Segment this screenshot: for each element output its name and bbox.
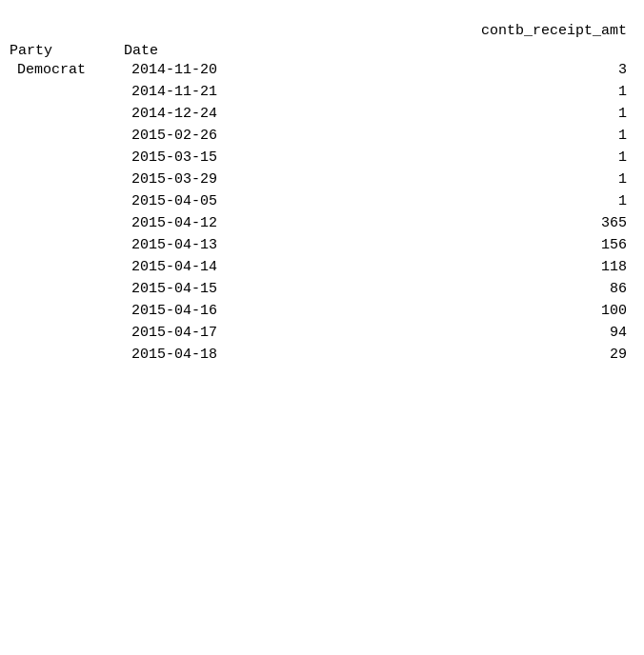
- cell-amount: 100: [267, 300, 634, 322]
- cell-date: 2015-04-17: [124, 322, 267, 344]
- cell-date: 2015-04-14: [124, 256, 267, 278]
- cell-date: 2015-02-26: [124, 125, 267, 147]
- cell-date: 2015-04-05: [124, 190, 267, 212]
- table-row: 2015-04-1829: [10, 344, 634, 366]
- cell-party: [10, 212, 124, 234]
- table-row: 2015-04-12365: [10, 212, 634, 234]
- cell-amount: 1: [267, 103, 634, 125]
- cell-date: 2014-11-21: [124, 81, 267, 103]
- cell-amount: 118: [267, 256, 634, 278]
- cell-amount: 156: [267, 234, 634, 256]
- cell-party: [10, 81, 124, 103]
- subheader-amt: [267, 43, 634, 59]
- table-row: 2015-02-261: [10, 125, 634, 147]
- cell-amount: 365: [267, 212, 634, 234]
- cell-party: [10, 278, 124, 300]
- col-header-date: [124, 19, 267, 43]
- cell-party: [10, 322, 124, 344]
- table-row: 2014-11-211: [10, 81, 634, 103]
- cell-date: 2014-11-20: [124, 59, 267, 81]
- cell-party: [10, 169, 124, 190]
- cell-party: [10, 234, 124, 256]
- cell-party: [10, 300, 124, 322]
- cell-party: [10, 344, 124, 366]
- data-table: contb_receipt_amt Party Date Democrat201…: [10, 19, 634, 366]
- cell-date: 2015-04-18: [124, 344, 267, 366]
- cell-amount: 1: [267, 147, 634, 169]
- cell-amount: 1: [267, 190, 634, 212]
- cell-party: Democrat: [10, 59, 124, 81]
- table-row: 2014-12-241: [10, 103, 634, 125]
- cell-date: 2015-03-15: [124, 147, 267, 169]
- cell-amount: 1: [267, 125, 634, 147]
- table-row: 2015-04-1586: [10, 278, 634, 300]
- cell-party: [10, 256, 124, 278]
- cell-amount: 94: [267, 322, 634, 344]
- cell-party: [10, 147, 124, 169]
- table-row: 2015-04-14118: [10, 256, 634, 278]
- cell-party: [10, 190, 124, 212]
- cell-amount: 1: [267, 81, 634, 103]
- subheader-party: Party: [10, 43, 124, 59]
- col-header-party: [10, 19, 124, 43]
- cell-date: 2015-04-16: [124, 300, 267, 322]
- cell-date: 2015-03-29: [124, 169, 267, 190]
- table-row: 2015-03-151: [10, 147, 634, 169]
- cell-date: 2015-04-15: [124, 278, 267, 300]
- subheader-date: Date: [124, 43, 267, 59]
- col-header-amount: contb_receipt_amt: [267, 19, 634, 43]
- table-row: 2015-04-051: [10, 190, 634, 212]
- cell-amount: 29: [267, 344, 634, 366]
- cell-party: [10, 103, 124, 125]
- table-row: 2015-04-13156: [10, 234, 634, 256]
- cell-amount: 1: [267, 169, 634, 190]
- cell-date: 2014-12-24: [124, 103, 267, 125]
- cell-amount: 3: [267, 59, 634, 81]
- table-row: 2015-04-16100: [10, 300, 634, 322]
- cell-amount: 86: [267, 278, 634, 300]
- table-row: Democrat2014-11-203: [10, 59, 634, 81]
- table-row: 2015-04-1794: [10, 322, 634, 344]
- cell-date: 2015-04-12: [124, 212, 267, 234]
- cell-date: 2015-04-13: [124, 234, 267, 256]
- cell-party: [10, 125, 124, 147]
- table-row: 2015-03-291: [10, 169, 634, 190]
